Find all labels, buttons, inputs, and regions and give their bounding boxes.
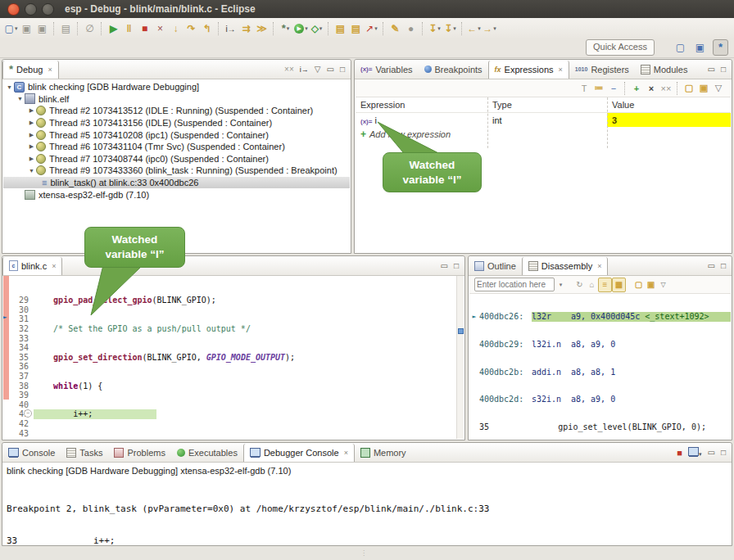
run-launch-button[interactable]: ▶▾	[294, 21, 308, 36]
tab-memory[interactable]: Memory	[355, 444, 412, 462]
tab-expressions[interactable]: fxExpressions×	[488, 61, 569, 79]
skip-all-breakpoints-button[interactable]: ∅	[83, 21, 97, 36]
code-line[interactable]: gpio_pad_select_gpio(BLINK_GPIO);	[34, 296, 456, 305]
disasm-line-current[interactable]: ►400dbc26:l32ra9, 0x400d045c <_stext+109…	[469, 312, 731, 321]
new-expressions-view-icon[interactable]: ▢	[682, 82, 695, 95]
code-line[interactable]: /* Set the GPIO as a push/pull output */	[34, 324, 456, 334]
c-perspective-icon[interactable]: ▣	[693, 40, 707, 55]
step-over-button[interactable]: ↷	[184, 21, 198, 36]
tab-debug[interactable]: * Debug ×	[2, 61, 59, 79]
save-all-button[interactable]: ▣	[35, 21, 49, 36]
view-menu-icon[interactable]: ▽	[657, 278, 669, 291]
show-source-toggle-icon[interactable]: ≡	[598, 278, 612, 292]
remove-expression-icon[interactable]: ×	[645, 82, 658, 95]
fold-marker-icon[interactable]: −	[24, 409, 32, 418]
open-folder-button[interactable]: ▤	[333, 21, 347, 36]
column-value[interactable]: Value	[607, 100, 731, 110]
location-input[interactable]	[474, 278, 555, 291]
forward-history-button[interactable]: →▾	[483, 21, 496, 36]
view-menu-icon[interactable]: ▽	[315, 65, 321, 74]
external-tools-button[interactable]: ◇▾	[310, 21, 324, 36]
minimize-view-icon[interactable]: ▭	[708, 261, 715, 270]
terminate-button[interactable]: ■	[138, 21, 152, 36]
remove-all-expressions-icon[interactable]: ××	[659, 82, 673, 95]
overview-ruler[interactable]	[456, 276, 464, 439]
maximize-view-icon[interactable]: □	[721, 65, 726, 74]
tab-disassembly[interactable]: Disassembly×	[522, 257, 609, 275]
close-icon[interactable]: ×	[344, 449, 348, 457]
refresh-icon[interactable]: ↻	[573, 278, 586, 291]
code-line[interactable]: while(1) {	[34, 382, 456, 391]
new-wizard-button[interactable]: ▢▾	[4, 21, 18, 36]
open-view-icon[interactable]: ▣	[645, 278, 657, 291]
tab-console[interactable]: Console	[2, 444, 61, 462]
step-return-button[interactable]: ↰	[200, 21, 214, 36]
tab-outline[interactable]: Outline	[469, 257, 522, 275]
minimize-view-icon[interactable]: ▭	[441, 261, 448, 270]
code-line[interactable]: gpio_set_direction(BLINK_GPIO, GPIO_MODE…	[34, 353, 456, 363]
collapse-all-icon[interactable]: −	[607, 82, 620, 95]
tree-item-thread3[interactable]: ▶Thread #3 1073413156 (IDLE) (Suspended …	[3, 117, 350, 129]
close-icon[interactable]: ×	[48, 65, 52, 74]
show-logical-structure-icon[interactable]: ≔	[592, 82, 605, 95]
brush-button[interactable]: ✎	[388, 21, 402, 36]
minimize-view-icon[interactable]: ▭	[708, 448, 715, 457]
expand-icon[interactable]: ▶	[27, 107, 36, 114]
close-icon[interactable]: ×	[52, 262, 56, 270]
instruction-stepping-mode-icon[interactable]: i→	[300, 65, 309, 74]
maximize-view-icon[interactable]: □	[721, 448, 726, 457]
expand-icon[interactable]: ▶	[27, 120, 36, 126]
tree-item-thread5[interactable]: ▶Thread #5 1073410208 (ipc1) (Suspended …	[3, 129, 350, 141]
column-divider[interactable]	[487, 97, 488, 148]
open-view-icon[interactable]: ▣	[697, 82, 710, 95]
close-icon[interactable]: ×	[559, 65, 563, 74]
step-mode-button[interactable]: ⇉	[239, 21, 253, 36]
print-button[interactable]: ▤	[59, 21, 73, 36]
disassembly-content[interactable]: ►400dbc26:l32ra9, 0x400d045c <_stext+109…	[469, 294, 731, 439]
expand-icon[interactable]: ▶	[27, 156, 36, 162]
display-console-icon[interactable]: ▾	[688, 447, 702, 458]
location-dropdown-icon[interactable]: ▾	[555, 278, 567, 291]
add-expression-icon[interactable]: +	[630, 82, 643, 95]
home-icon[interactable]: ⌂	[586, 278, 598, 291]
link-editor-button[interactable]: ↧▾	[443, 21, 457, 36]
column-expression[interactable]: Expression	[356, 100, 487, 110]
tree-item-thread9[interactable]: ▼Thread #9 1073433360 (blink_task : Runn…	[3, 165, 350, 177]
column-divider[interactable]	[607, 97, 608, 148]
disasm-line[interactable]: 400dbc2d:s32i.na8, a9, 0	[469, 395, 731, 404]
save-button[interactable]: ▣	[20, 21, 34, 36]
annotation-ruler[interactable]	[3, 276, 9, 400]
console-content[interactable]: blink checking [GDB Hardware Debugging] …	[3, 463, 731, 544]
code-area[interactable]: gpio_pad_select_gpio(BLINK_GPIO); /* Set…	[34, 277, 456, 439]
code-line[interactable]: /* Blink off (output low) */	[34, 438, 456, 439]
disasm-line[interactable]: 400dbc29:l32i.na8, a9, 0	[469, 340, 731, 349]
remove-all-terminated-icon[interactable]: ××	[284, 65, 294, 74]
disconnect-button[interactable]: ×	[153, 21, 167, 36]
open-project-button[interactable]: ▤	[349, 21, 363, 36]
terminate-console-icon[interactable]: ■	[677, 448, 682, 458]
add-new-expression-row[interactable]: + Add new expression	[356, 127, 731, 141]
column-type[interactable]: Type	[487, 100, 607, 110]
tab-problems[interactable]: Problems	[108, 444, 170, 462]
breakpoint-hit-icon[interactable]: ►	[3, 314, 7, 321]
step-into-button[interactable]: ↓	[169, 21, 183, 36]
quick-access-button[interactable]: Quick Access	[586, 39, 655, 56]
show-symbols-toggle-icon[interactable]: ▦	[612, 278, 626, 292]
back-history-button[interactable]: ←▾	[467, 21, 481, 36]
maximize-view-icon[interactable]: □	[454, 261, 459, 270]
expand-icon[interactable]: ▶	[27, 132, 36, 138]
tab-tasks[interactable]: Tasks	[61, 444, 108, 462]
breakpoint-marker[interactable]	[458, 328, 464, 334]
expand-icon[interactable]: ▼	[16, 96, 25, 102]
debug-launch-button[interactable]: *▾	[279, 21, 292, 36]
instruction-stepping-button[interactable]: i→	[224, 21, 238, 36]
maximize-window-icon[interactable]	[42, 3, 54, 16]
close-window-icon[interactable]	[7, 3, 20, 16]
sash-grip-icon[interactable]: ⋮	[360, 549, 368, 557]
expand-icon[interactable]: ▼	[27, 168, 36, 174]
tab-registers[interactable]: 1010Registers	[569, 61, 635, 79]
maximize-view-icon[interactable]: □	[721, 261, 726, 270]
tree-item-gdb[interactable]: xtensa-esp32-elf-gdb (7.10)	[3, 188, 350, 201]
flash-button[interactable]: ↗▾	[365, 21, 378, 36]
trace-button[interactable]: ≫	[255, 21, 269, 36]
